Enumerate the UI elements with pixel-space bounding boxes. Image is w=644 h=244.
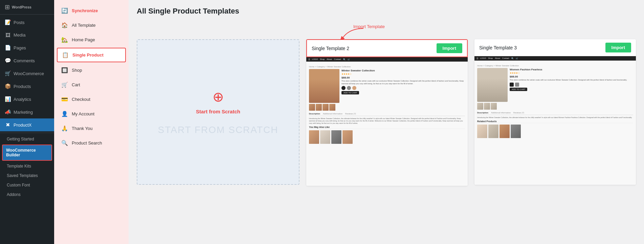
sidebar-item-comments[interactable]: 💬 Comments: [0, 54, 54, 67]
my-account-icon: 👤: [61, 111, 68, 117]
preview-thumbnails-2: [309, 104, 339, 111]
preview-description-3: Introducing the Winter Sweater Collectio…: [477, 116, 633, 119]
cart-icon: 🛒: [61, 82, 68, 88]
templates-grid: ⊕ Start from Scratch START FROM SCRATCH …: [137, 39, 636, 186]
preview-product-details-2: Winter Sweater Collection ★★★★☆ $88.00 T…: [341, 69, 465, 111]
sidebar-item-woocommerce[interactable]: 🛒 WooCommerce: [0, 67, 54, 80]
preview-price-3: $88.00: [510, 75, 633, 78]
products-icon: 📦: [5, 83, 11, 89]
preview-add-to-cart-3: ADD TO CART: [510, 88, 527, 91]
preview-content-2: Home > Category > Winter Sweater Collect…: [306, 63, 468, 147]
template-nav-cart[interactable]: 🛒 Cart: [54, 77, 129, 92]
media-icon: 🖼: [5, 32, 11, 38]
template-nav-checkout[interactable]: 💳 Checkout: [54, 92, 129, 107]
sidebar-sub-addons[interactable]: Addons: [0, 190, 54, 199]
preview-product-details-3: Women Fashion Fearless ★★★★☆ $88.00 This…: [510, 68, 633, 110]
product-search-icon: 🔍: [61, 140, 68, 146]
template-nav-shop[interactable]: 🔲 Shop: [54, 63, 129, 77]
sidebar-item-media[interactable]: 🖼 Media: [0, 29, 54, 41]
template-nav-my-account[interactable]: 👤 My Account: [54, 107, 129, 121]
main-content: All Single Product Templates Import Temp…: [129, 0, 644, 244]
preview-title-2: Winter Sweater Collection: [341, 69, 465, 72]
marketing-icon: 📣: [5, 109, 11, 115]
preview-related-3: [477, 125, 633, 138]
checkout-icon: 💳: [61, 96, 68, 103]
preview-title-3: Women Fashion Fearless: [510, 68, 633, 71]
scratch-label: Start from Scratch: [196, 109, 240, 114]
template-card-2: Single Template 2 Import ☰LOGOShopAboutC…: [306, 39, 468, 186]
template-3-preview: ☰LOGOShopAboutContact🔍🛒 Home > Category …: [474, 56, 636, 185]
sidebar: ⊞ WordPress 📝 Posts 🖼 Media 📄 Pages 💬 Co…: [0, 0, 54, 244]
page-title: All Single Product Templates: [137, 7, 636, 16]
home-page-icon: 🏡: [61, 37, 68, 43]
template-card-3-header: Single Template 3 Import: [474, 39, 636, 56]
sidebar-item-posts[interactable]: 📝 Posts: [0, 16, 54, 29]
preview-thumbnails-3: [477, 103, 508, 110]
template-3-name: Single Template 3: [479, 45, 517, 50]
template-nav-home-page[interactable]: 🏡 Home Page: [54, 32, 129, 47]
scratch-template-card[interactable]: ⊕ Start from Scratch START FROM SCRATCH: [137, 39, 299, 185]
single-product-icon: 📋: [62, 52, 69, 58]
preview-product-img-2: [309, 69, 339, 103]
template-2-name: Single Template 2: [312, 46, 349, 51]
preview-price-2: $88.00: [341, 76, 465, 79]
template-nav-thank-you[interactable]: 🙏 Thank You: [54, 121, 129, 136]
preview-nav-3: ☰LOGOShopAboutContact🔍🛒: [474, 56, 636, 61]
scratch-bg-text: START FROM SCRATCH: [158, 125, 279, 135]
sidebar-sub-getting-started[interactable]: Getting Started: [0, 134, 54, 144]
preview-related-title-2: You May Also Like: [309, 126, 465, 129]
template-2-preview: ☰LOGOShopAboutContact🔍🛒 Home > Category …: [306, 57, 468, 186]
scratch-plus-icon: ⊕: [213, 89, 224, 105]
comments-icon: 💬: [5, 58, 11, 64]
preview-add-to-cart-2: ADD TO CART: [341, 91, 359, 94]
template-card-3: Single Template 3 Import ☰LOGOShopAboutC…: [474, 39, 636, 185]
template-nav-synchronize[interactable]: 🔄 Synchronize: [54, 3, 129, 18]
template-nav-product-search[interactable]: 🔍 Product Search: [54, 136, 129, 150]
pages-icon: 📄: [5, 45, 11, 51]
analytics-icon: 📊: [5, 96, 11, 102]
preview-content-3: Home > Category > Winter Sweater Collect…: [474, 62, 636, 141]
sync-icon: 🔄: [61, 7, 68, 14]
preview-description-2: Introducing the Winter Sweater Collectio…: [309, 117, 465, 125]
thank-you-icon: 🙏: [61, 125, 68, 132]
template-nav-all-template[interactable]: 🏠 All Template: [54, 18, 129, 32]
sidebar-sub-template-kits[interactable]: Template Kits: [0, 161, 54, 171]
posts-icon: 📝: [5, 19, 11, 25]
template-card-2-header: Single Template 2 Import: [306, 39, 468, 57]
preview-related-title-3: Related Products: [477, 120, 633, 123]
preview-related-2: [309, 130, 465, 144]
sidebar-item-products[interactable]: 📦 Products: [0, 80, 54, 93]
sidebar-sub-custom-font[interactable]: Custom Font: [0, 180, 54, 190]
sidebar-item-pages[interactable]: 📄 Pages: [0, 41, 54, 54]
template-2-import-button[interactable]: Import: [437, 43, 462, 53]
sidebar-item-analytics[interactable]: 📊 Analytics: [0, 93, 54, 106]
template-3-import-button[interactable]: Import: [605, 43, 631, 52]
sidebar-item-productx[interactable]: ✖ ProductX: [0, 118, 54, 131]
all-template-icon: 🏠: [61, 22, 68, 28]
import-annotation-area: Import Template: [137, 22, 636, 39]
template-nav-single-product[interactable]: 📋 Single Product: [57, 48, 126, 62]
shop-icon: 🔲: [61, 67, 68, 73]
woocommerce-icon: 🛒: [5, 70, 11, 76]
preview-product-img-3: [477, 68, 508, 102]
template-nav-panel: 🔄 Synchronize 🏠 All Template 🏡 Home Page…: [54, 0, 129, 244]
import-arrow: [340, 28, 367, 40]
sidebar-item-marketing[interactable]: 📣 Marketing: [0, 106, 54, 118]
sidebar-sub-saved-templates[interactable]: Saved Templates: [0, 171, 54, 180]
sidebar-sub-woocommerce-builder[interactable]: WooCommerce Builder: [2, 145, 52, 161]
productx-icon: ✖: [5, 122, 11, 128]
preview-nav: ☰LOGOShopAboutContact🔍🛒: [306, 57, 468, 62]
